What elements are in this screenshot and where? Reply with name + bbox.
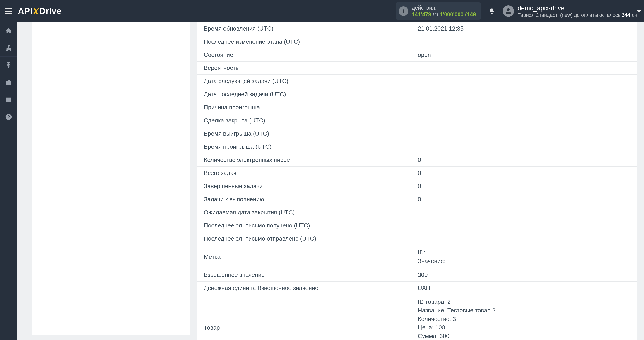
property-key: Метка — [197, 246, 411, 268]
tariff-prefix: Тариф |Стандарт| (new) до оплаты осталос… — [518, 12, 622, 18]
table-row: МеткаID: Значение: — [197, 246, 637, 268]
table-row: Дата последней задачи (UTC) — [197, 88, 637, 101]
app-logo[interactable]: API X Drive — [18, 6, 61, 16]
property-key: Время обновления (UTC) — [197, 22, 411, 35]
property-value — [411, 114, 637, 127]
actions-tail-text: (149 — [465, 11, 476, 18]
logo-text-api: API — [18, 6, 32, 16]
property-value — [411, 35, 637, 48]
property-key: Денежная единица Взвешенное значение — [197, 282, 411, 295]
sidebar-item-home[interactable] — [0, 22, 17, 40]
property-key: Время проигрыша (UTC) — [197, 140, 411, 154]
data-card: Время обновления (UTC)21.01.2021 12:35По… — [197, 22, 637, 340]
briefcase-icon — [5, 79, 12, 86]
sitemap-icon — [5, 44, 12, 52]
dollar-icon — [5, 62, 12, 69]
property-key: Последнее эл. письмо отправлено (UTC) — [197, 232, 411, 246]
actions-sep-text: из — [433, 11, 438, 18]
chevron-down-icon — [637, 10, 641, 13]
logo-text-x: X — [33, 7, 39, 16]
property-value: 21.01.2021 12:35 — [411, 22, 637, 35]
hamburger-icon — [5, 11, 12, 12]
property-key: Количество электронных писем — [197, 154, 411, 166]
properties-table: Время обновления (UTC)21.01.2021 12:35По… — [197, 22, 637, 340]
table-row: Количество электронных писем0 — [197, 154, 637, 166]
tariff-days: 344 — [622, 12, 630, 18]
actions-used: 141'479 — [412, 11, 431, 18]
left-panel — [32, 22, 190, 336]
sidebar-item-connections[interactable] — [0, 40, 17, 56]
top-bar: API X Drive i действия: 141'479 из 1'000… — [0, 0, 644, 22]
table-row: ТоварID товара: 2 Название: Тестовые тов… — [197, 295, 637, 340]
notifications-button[interactable] — [485, 4, 498, 18]
property-key: Последнее изменение этапа (UTC) — [197, 35, 411, 48]
property-value: 300 — [411, 268, 637, 282]
sidebar-item-help[interactable]: ? — [0, 108, 17, 126]
property-value — [411, 232, 637, 246]
property-value — [411, 88, 637, 101]
property-value: UAH — [411, 282, 637, 295]
property-value: 0 — [411, 193, 637, 206]
user-menu[interactable]: demo_apix-drive Тариф |Стандарт| (new) д… — [503, 4, 644, 18]
property-key: Дата последней задачи (UTC) — [197, 88, 411, 101]
property-value: ID товара: 2 Название: Тестовые товар 2 … — [411, 295, 637, 340]
property-key: Взвешенное значение — [197, 268, 411, 282]
actions-usage-pill[interactable]: i действия: 141'479 из 1'000'000 (149 — [396, 2, 481, 20]
svg-text:?: ? — [7, 114, 10, 119]
actions-max: 1'000'000 — [440, 11, 464, 18]
table-row: Время обновления (UTC)21.01.2021 12:35 — [197, 22, 637, 35]
table-row: Последнее изменение этапа (UTC) — [197, 35, 637, 48]
sidebar-item-tools[interactable] — [0, 74, 17, 91]
table-row: Завершенные задачи0 — [197, 180, 637, 193]
sidebar-item-billing[interactable] — [0, 56, 17, 74]
property-key: Завершенные задачи — [197, 180, 411, 193]
table-row: Время выигрыша (UTC) — [197, 127, 637, 140]
home-icon — [5, 27, 12, 34]
table-row: Последнее эл. письмо отправлено (UTC) — [197, 232, 637, 246]
property-key: Причина проигрыша — [197, 101, 411, 114]
workspace: Время обновления (UTC)21.01.2021 12:35По… — [17, 22, 644, 340]
property-value — [411, 140, 637, 154]
property-key: Состояние — [197, 48, 411, 62]
logo-text-drive: Drive — [40, 6, 62, 16]
property-value: 0 — [411, 180, 637, 193]
help-icon: ? — [5, 113, 12, 120]
tariff-suffix: дн. — [630, 12, 638, 18]
logo-underline — [52, 23, 66, 23]
table-row: Вероятность — [197, 62, 637, 75]
table-row: Ожидаемая дата закрытия (UTC) — [197, 206, 637, 219]
property-value: open — [411, 48, 637, 62]
property-value — [411, 75, 637, 88]
table-row: Дата следующей задачи (UTC) — [197, 75, 637, 88]
table-row: Денежная единица Взвешенное значениеUAH — [197, 282, 637, 295]
actions-usage-text: действия: 141'479 из 1'000'000 (149 — [412, 4, 476, 18]
sidebar-item-contacts[interactable] — [0, 91, 17, 108]
property-value: 0 — [411, 166, 637, 180]
user-name: demo_apix-drive — [518, 4, 638, 12]
property-key: Задачи к выполнению — [197, 193, 411, 206]
table-row: Взвешенное значение300 — [197, 268, 637, 282]
property-value — [411, 62, 637, 75]
sidebar: ? — [0, 22, 17, 340]
actions-counter: 141'479 из 1'000'000 (149 — [412, 11, 476, 18]
property-key: Вероятность — [197, 62, 411, 75]
table-row: Время проигрыша (UTC) — [197, 140, 637, 154]
menu-toggle-button[interactable] — [0, 0, 17, 22]
property-key: Ожидаемая дата закрытия (UTC) — [197, 206, 411, 219]
property-key: Товар — [197, 295, 411, 340]
info-icon: i — [399, 6, 408, 16]
table-row: Состояниеopen — [197, 48, 637, 62]
property-key: Сделка закрыта (UTC) — [197, 114, 411, 127]
avatar — [503, 6, 514, 17]
person-icon — [505, 8, 512, 14]
user-tariff: Тариф |Стандарт| (new) до оплаты осталос… — [518, 12, 638, 18]
table-row: Всего задач0 — [197, 166, 637, 180]
property-key: Последнее эл. письмо получено (UTC) — [197, 219, 411, 232]
property-key: Дата следующей задачи (UTC) — [197, 75, 411, 88]
bell-icon — [489, 8, 495, 15]
table-row: Причина проигрыша — [197, 101, 637, 114]
property-value — [411, 127, 637, 140]
id-card-icon — [5, 96, 12, 103]
actions-label: действия: — [412, 4, 476, 11]
table-row: Задачи к выполнению0 — [197, 193, 637, 206]
